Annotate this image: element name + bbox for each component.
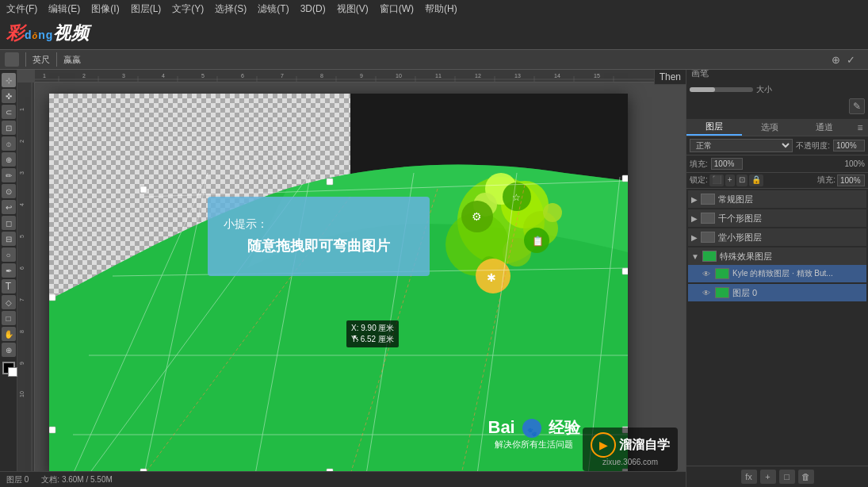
layer-group-thousand-header[interactable]: ▶ 千个形图层 — [688, 209, 866, 227]
tab-channels[interactable]: 通道 — [797, 119, 852, 136]
tooltip-box: 小提示： 随意拖拽即可弯曲图片 — [208, 197, 430, 276]
svg-text:✱: ✱ — [487, 271, 496, 284]
blend-mode-select[interactable]: 正常 — [690, 139, 793, 152]
hand-tool[interactable]: ✋ — [2, 327, 16, 341]
brush-size-value: 大小 — [756, 84, 772, 95]
svg-rect-77 — [622, 268, 628, 274]
layer-group-hall-header[interactable]: ▶ 堂小形图层 — [688, 228, 866, 246]
baidu-subtitle: 解决你所有生活问题 — [488, 439, 581, 451]
tooltip-text: 随意拖拽即可弯曲图片 — [247, 236, 390, 255]
separator-2 — [56, 52, 57, 67]
fill-input-2[interactable] — [837, 174, 865, 186]
layer-group-normal-header[interactable]: ▶ 常规图层 — [688, 190, 866, 208]
nav-icon[interactable]: ⊕ — [832, 54, 840, 66]
brush-size-slider[interactable] — [690, 87, 753, 92]
svg-text:15: 15 — [594, 73, 600, 79]
eyedropper-tool[interactable]: ⌽ — [2, 136, 16, 151]
menu-select[interactable]: 选择(S) — [215, 2, 247, 16]
menu-text[interactable]: 文字(Y) — [172, 2, 204, 16]
clone-tool[interactable]: ⊙ — [2, 184, 16, 198]
svg-text:4: 4 — [162, 73, 165, 79]
ruler-top: 1 2 3 4 5 6 7 8 9 10 11 12 13 14 15 — [35, 70, 686, 82]
status-size: 文档: 3.60M / 5.50M — [41, 474, 112, 485]
pen-settings-icon[interactable]: ✎ — [849, 98, 865, 114]
menu-help[interactable]: 帮助(H) — [425, 2, 457, 16]
text-tool[interactable]: T — [2, 279, 16, 293]
menu-file[interactable]: 文件(F) — [6, 2, 37, 16]
menu-3d[interactable]: 3D(D) — [300, 3, 326, 14]
baidu-watermark: Bai 🐾 经验 解决你所有生活问题 — [488, 417, 581, 451]
layer-thumb-1 — [701, 194, 715, 205]
lasso-tool[interactable]: ⊂ — [2, 105, 16, 119]
svg-text:5: 5 — [19, 235, 25, 238]
menu-filter[interactable]: 滤镜(T) — [258, 2, 289, 16]
heal-tool[interactable]: ⊕ — [2, 152, 16, 167]
svg-text:14: 14 — [554, 73, 560, 79]
history-tool[interactable]: ↩ — [2, 200, 16, 214]
select-tool[interactable]: ⊹ — [2, 73, 16, 87]
tab-layers[interactable]: 图层 — [686, 119, 742, 136]
layer-group-special-header[interactable]: ▼ 特殊效果图层 — [688, 247, 866, 265]
lock-icon-3[interactable]: ⊡ — [736, 174, 748, 186]
eraser-tool[interactable]: ◻ — [2, 216, 16, 230]
status-doc-info: 图层 0 — [6, 474, 29, 485]
zoom-tool[interactable]: ⊕ — [2, 343, 16, 357]
svg-text:11: 11 — [435, 73, 442, 79]
layers-tabs: 图层 选项 通道 ≡ — [686, 119, 868, 136]
fg-color-swatch[interactable] — [2, 362, 15, 374]
fill-inline-label: 填充: — [817, 174, 835, 186]
collapse-arrow-3: ▶ — [691, 233, 698, 242]
svg-text:8: 8 — [19, 330, 25, 333]
main-canvas-area: 1 2 3 4 5 6 7 8 9 10 11 12 13 14 15 1 — [17, 70, 686, 471]
lock-icon-2[interactable]: + — [725, 174, 735, 186]
eye-icon[interactable]: 👁 — [701, 268, 712, 279]
pen-tool[interactable]: ✒ — [2, 263, 16, 278]
layer-group-hall: ▶ 堂小形图层 — [688, 228, 866, 246]
eye-icon-active[interactable]: 👁 — [701, 287, 712, 298]
crop-tool[interactable]: ⊡ — [2, 121, 16, 135]
tool-icon-1[interactable] — [5, 52, 19, 67]
menu-edit[interactable]: 编辑(E) — [48, 2, 80, 16]
layer-item-kyle[interactable]: 👁 Kyle 的精致图层 · 精致 But... — [688, 265, 866, 282]
svg-rect-73 — [140, 186, 147, 193]
menu-view[interactable]: 视图(V) — [337, 2, 369, 16]
fill-input[interactable] — [711, 158, 743, 170]
menu-image[interactable]: 图像(I) — [91, 2, 119, 16]
svg-text:📋: 📋 — [532, 235, 544, 247]
check-icon[interactable]: ✓ — [847, 54, 855, 66]
svg-rect-78 — [49, 427, 55, 433]
layer-active-thumb — [715, 287, 729, 298]
layer-item-thumb — [715, 268, 729, 279]
lock-icon-1[interactable]: ⬛ — [709, 174, 724, 186]
fill-row: 填充: 100% — [686, 155, 868, 173]
layer-group-special: ▼ 特殊效果图层 👁 Kyle 的精致图层 · 精致 But... — [688, 247, 866, 282]
lock-icon-4[interactable]: 🔒 — [749, 174, 763, 186]
menu-window[interactable]: 窗口(W) — [380, 2, 414, 16]
dodge-tool[interactable]: ○ — [2, 247, 16, 262]
opacity-input[interactable] — [833, 140, 865, 151]
layer-item-active[interactable]: 👁 图层 0 — [688, 284, 866, 301]
wm-brand-text: 溜溜自学 — [619, 437, 670, 454]
tab-options[interactable]: 选项 — [742, 119, 797, 136]
tool-opt-feet[interactable]: 英尺 — [33, 54, 50, 66]
shape-tool[interactable]: □ — [2, 311, 16, 325]
layers-menu-icon[interactable]: ≡ — [852, 119, 868, 136]
then-text: Then — [660, 71, 681, 82]
layer-group-hall-name: 堂小形图层 — [718, 232, 863, 244]
layer-delete-btn[interactable]: 🗑 — [798, 470, 814, 484]
baidu-paw-icon: 🐾 — [522, 419, 541, 438]
layer-new-btn[interactable]: □ — [779, 470, 795, 484]
layer-thumb-2 — [701, 213, 715, 224]
brush-tool[interactable]: ✏ — [2, 168, 16, 182]
menubar: 文件(F) 编辑(E) 图像(I) 图层(L) 文字(Y) 选择(S) 滤镜(T… — [0, 0, 868, 17]
layer-item-name: Kyle 的精致图层 · 精致 But... — [732, 268, 863, 279]
menu-layer[interactable]: 图层(L) — [131, 2, 162, 16]
lock-label: 锁定: — [690, 174, 708, 186]
layer-add-btn[interactable]: + — [760, 470, 776, 484]
move-tool[interactable]: ✜ — [2, 89, 16, 103]
gradient-tool[interactable]: ⊟ — [2, 232, 16, 246]
tool-opt-extra[interactable]: 蠃蠃 — [63, 54, 81, 66]
svg-text:5: 5 — [201, 73, 205, 79]
path-tool[interactable]: ◇ — [2, 295, 16, 309]
layer-fx-btn[interactable]: fx — [741, 470, 757, 484]
